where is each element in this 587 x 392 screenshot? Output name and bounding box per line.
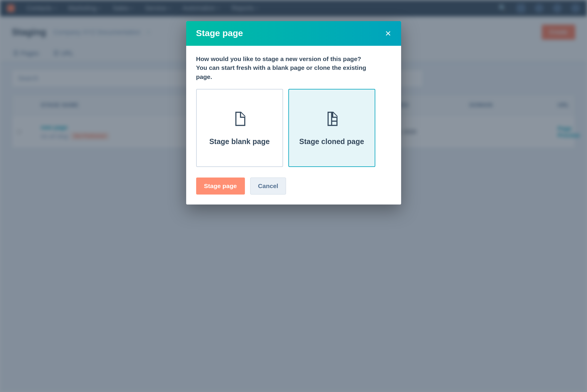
option-stage-blank[interactable]: Stage blank page — [196, 89, 283, 167]
modal-footer: Stage page Cancel — [196, 178, 391, 195]
stage-options: Stage blank page Stage cloned page — [196, 89, 391, 167]
option-label: Stage blank page — [209, 137, 270, 146]
modal-body: How would you like to stage a new versio… — [186, 46, 401, 205]
close-icon[interactable]: × — [385, 28, 391, 38]
file-blank-icon — [231, 110, 248, 127]
option-stage-cloned[interactable]: Stage cloned page — [288, 89, 375, 167]
stage-page-button[interactable]: Stage page — [196, 178, 245, 195]
modal-prompt: How would you like to stage a new versio… — [196, 55, 366, 81]
cancel-button[interactable]: Cancel — [250, 178, 286, 195]
modal-overlay: Stage page × How would you like to stage… — [0, 0, 587, 392]
file-layout-icon — [323, 110, 340, 127]
modal-title: Stage page — [196, 28, 243, 38]
option-label: Stage cloned page — [299, 137, 364, 146]
stage-page-modal: Stage page × How would you like to stage… — [186, 21, 401, 205]
modal-header: Stage page × — [186, 21, 401, 46]
